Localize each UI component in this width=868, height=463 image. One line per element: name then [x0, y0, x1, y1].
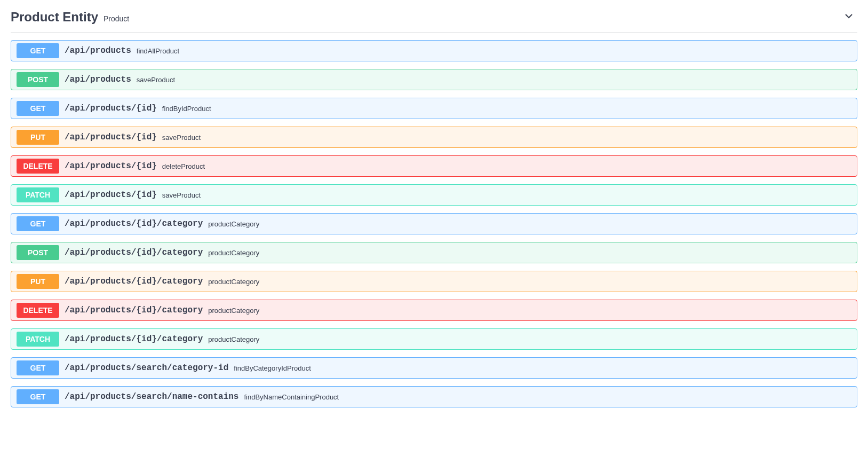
- method-badge-get: GET: [17, 216, 59, 231]
- operation-summary: productCategory: [208, 307, 259, 315]
- method-badge-patch: PATCH: [17, 332, 59, 347]
- operation-summary: saveProduct: [162, 191, 201, 199]
- operation-summary: deleteProduct: [162, 162, 205, 170]
- operation-path: /api/products/{id}: [65, 190, 157, 200]
- operation-row[interactable]: PATCH /api/products/{id}/category produc…: [11, 328, 857, 350]
- operation-row[interactable]: POST /api/products/{id}/category product…: [11, 242, 857, 263]
- method-badge-get: GET: [17, 43, 59, 58]
- operation-path: /api/products/{id}/category: [65, 277, 203, 286]
- operation-row[interactable]: DELETE /api/products/{id}/category produ…: [11, 300, 857, 321]
- operation-row[interactable]: GET /api/products findAllProduct: [11, 40, 857, 61]
- operation-path: /api/products/{id}: [65, 132, 157, 142]
- operation-row[interactable]: POST /api/products saveProduct: [11, 69, 857, 90]
- operation-path: /api/products/{id}: [65, 161, 157, 171]
- method-badge-put: PUT: [17, 130, 59, 145]
- section-subtitle: Product: [103, 14, 129, 23]
- section-title: Product Entity: [11, 10, 98, 25]
- operation-path: /api/products/{id}/category: [65, 334, 203, 344]
- operation-row[interactable]: PUT /api/products/{id} saveProduct: [11, 127, 857, 148]
- operation-summary: saveProduct: [137, 76, 175, 84]
- operation-summary: findByCategoryIdProduct: [234, 364, 311, 372]
- method-badge-get: GET: [17, 360, 59, 375]
- method-badge-patch: PATCH: [17, 187, 59, 202]
- operation-summary: findAllProduct: [137, 47, 179, 55]
- chevron-down-icon[interactable]: [843, 11, 854, 21]
- method-badge-get: GET: [17, 389, 59, 404]
- method-badge-delete: DELETE: [17, 159, 59, 174]
- method-badge-post: POST: [17, 72, 59, 87]
- operation-row[interactable]: GET /api/products/search/name-contains f…: [11, 386, 857, 407]
- operation-path: /api/products/{id}/category: [65, 219, 203, 229]
- operation-path: /api/products: [65, 46, 131, 56]
- method-badge-delete: DELETE: [17, 303, 59, 318]
- operation-row[interactable]: DELETE /api/products/{id} deleteProduct: [11, 155, 857, 177]
- operation-path: /api/products/{id}/category: [65, 305, 203, 315]
- operation-summary: saveProduct: [162, 134, 201, 142]
- operation-row[interactable]: PATCH /api/products/{id} saveProduct: [11, 184, 857, 206]
- method-badge-post: POST: [17, 245, 59, 260]
- operation-summary: productCategory: [208, 220, 259, 228]
- method-badge-put: PUT: [17, 274, 59, 289]
- section-header[interactable]: Product Entity Product: [11, 5, 857, 33]
- operation-path: /api/products/search/name-contains: [65, 392, 238, 402]
- operation-row[interactable]: GET /api/products/{id} findByIdProduct: [11, 98, 857, 119]
- operation-path: /api/products: [65, 75, 131, 84]
- operation-summary: findByNameContainingProduct: [244, 393, 339, 401]
- operation-summary: productCategory: [208, 335, 259, 343]
- operation-list: GET /api/products findAllProduct POST /a…: [11, 40, 857, 407]
- method-badge-get: GET: [17, 101, 59, 116]
- operation-row[interactable]: GET /api/products/search/category-id fin…: [11, 357, 857, 379]
- operation-summary: productCategory: [208, 249, 259, 257]
- operation-path: /api/products/{id}: [65, 104, 157, 113]
- product-entity-section: Product Entity Product GET /api/products…: [0, 0, 868, 418]
- operation-summary: findByIdProduct: [162, 105, 211, 113]
- operation-row[interactable]: GET /api/products/{id}/category productC…: [11, 213, 857, 234]
- operation-row[interactable]: PUT /api/products/{id}/category productC…: [11, 271, 857, 292]
- operation-summary: productCategory: [208, 278, 259, 286]
- section-header-left: Product Entity Product: [11, 10, 129, 25]
- operation-path: /api/products/{id}/category: [65, 248, 203, 257]
- operation-path: /api/products/search/category-id: [65, 363, 228, 373]
